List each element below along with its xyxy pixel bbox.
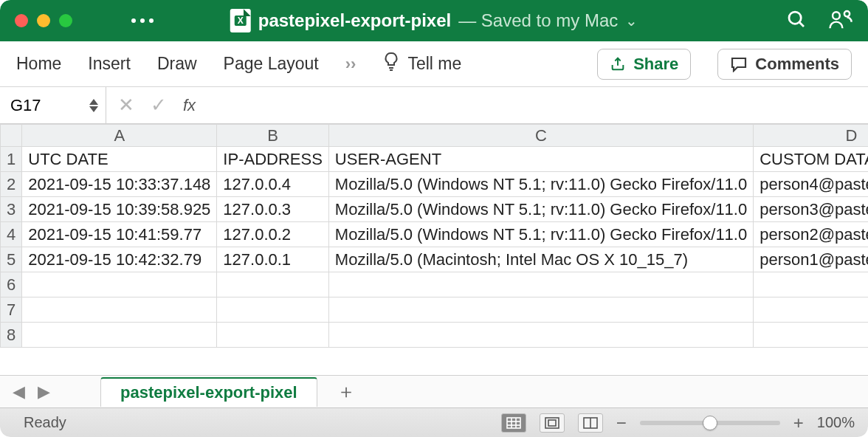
formula-input[interactable] <box>207 87 868 123</box>
cell[interactable]: 127.0.0.2 <box>217 222 328 247</box>
col-header-A[interactable]: A <box>22 125 217 147</box>
formula-bar: G17 ✕ ✓ fx <box>0 87 868 124</box>
cell[interactable] <box>328 323 753 348</box>
name-box-stepper[interactable] <box>88 98 100 113</box>
row-header[interactable]: 7 <box>1 297 22 323</box>
cell[interactable]: Mozilla/5.0 (Windows NT 5.1; rv:11.0) Ge… <box>328 172 753 197</box>
accept-formula-icon[interactable]: ✓ <box>151 94 167 117</box>
status-ready: Ready <box>13 414 66 431</box>
tab-insert[interactable]: Insert <box>88 54 131 74</box>
fullscreen-window-button[interactable] <box>59 14 72 27</box>
view-normal-button[interactable] <box>501 413 526 433</box>
cell[interactable]: 2021-09-15 10:41:59.77 <box>22 222 217 247</box>
share-button[interactable]: Share <box>597 49 691 80</box>
col-header-D[interactable]: D <box>754 125 868 147</box>
name-box[interactable]: G17 <box>0 87 106 123</box>
cell[interactable] <box>754 297 868 323</box>
cell[interactable] <box>217 323 328 348</box>
fx-icon[interactable]: fx <box>183 96 196 115</box>
svg-rect-8 <box>507 418 520 428</box>
cell[interactable]: Mozilla/5.0 (Windows NT 5.1; rv:11.0) Ge… <box>328 197 753 222</box>
cell[interactable] <box>22 272 217 297</box>
zoom-out-button[interactable]: − <box>616 413 627 433</box>
cell[interactable]: 2021-09-15 10:42:32.79 <box>22 247 217 272</box>
row-header[interactable]: 3 <box>1 197 22 222</box>
sheet-tab-label: pastepixel-export-pixel <box>120 383 297 402</box>
sheet-tab-bar: ◀ ▶ pastepixel-export-pixel ＋ <box>0 375 868 407</box>
cell[interactable] <box>217 297 328 323</box>
cell[interactable] <box>754 323 868 348</box>
svg-point-2 <box>833 12 840 19</box>
select-all-corner[interactable] <box>1 125 22 147</box>
cell[interactable]: 127.0.0.4 <box>217 172 328 197</box>
cell[interactable]: person4@pastepixel.com <box>754 172 868 197</box>
tab-draw[interactable]: Draw <box>157 54 197 74</box>
cell[interactable] <box>328 272 753 297</box>
window-controls <box>15 14 72 27</box>
title-dropdown-icon[interactable]: ⌄ <box>625 12 638 30</box>
zoom-in-button[interactable]: + <box>793 413 804 433</box>
cell[interactable]: person1@pastepixel.com <box>754 247 868 272</box>
cell[interactable]: UTC DATE <box>22 147 217 172</box>
col-header-C[interactable]: C <box>328 125 753 147</box>
document-filename: pastepixel-export-pixel <box>258 10 451 31</box>
svg-rect-13 <box>545 418 559 428</box>
tab-home[interactable]: Home <box>16 54 61 74</box>
cell[interactable]: 127.0.0.3 <box>217 197 328 222</box>
svg-marker-7 <box>89 106 98 112</box>
cell[interactable]: 2021-09-15 10:33:37.148 <box>22 172 217 197</box>
svg-rect-14 <box>548 420 556 426</box>
col-header-B[interactable]: B <box>217 125 328 147</box>
svg-line-1 <box>799 22 804 27</box>
cell[interactable]: USER-AGENT <box>328 147 753 172</box>
view-page-layout-button[interactable] <box>540 413 565 433</box>
spreadsheet-grid[interactable]: A B C D 1 UTC DATE IP-ADDRESS USER-AGENT… <box>0 124 868 375</box>
name-box-value: G17 <box>10 96 41 115</box>
svg-point-0 <box>789 12 801 24</box>
zoom-slider[interactable] <box>640 421 780 425</box>
zoom-level[interactable]: 100% <box>817 414 855 431</box>
sheet-tab[interactable]: pastepixel-export-pixel <box>100 377 317 407</box>
cell[interactable] <box>22 323 217 348</box>
add-sheet-button[interactable]: ＋ <box>328 379 365 405</box>
cell[interactable] <box>754 272 868 297</box>
comments-button-label: Comments <box>755 55 839 74</box>
sheet-nav-prev-icon[interactable]: ◀ <box>6 382 31 402</box>
comments-button[interactable]: Comments <box>717 49 852 80</box>
cell[interactable] <box>328 297 753 323</box>
sheet-nav-next-icon[interactable]: ▶ <box>31 382 56 402</box>
row-header[interactable]: 2 <box>1 172 22 197</box>
svg-point-3 <box>844 11 850 16</box>
close-window-button[interactable] <box>15 14 28 27</box>
cell[interactable] <box>217 272 328 297</box>
row-header[interactable]: 8 <box>1 323 22 348</box>
row-header[interactable]: 1 <box>1 147 22 172</box>
minimize-window-button[interactable] <box>37 14 50 27</box>
view-page-break-button[interactable] <box>578 413 603 433</box>
excel-file-icon: X <box>230 9 251 32</box>
ribbon-more-icon[interactable]: ›› <box>345 55 356 74</box>
cell[interactable]: person2@pastepixel.com <box>754 222 868 247</box>
ribbon-tabs: Home Insert Draw Page Layout ›› Tell me … <box>0 41 868 87</box>
lightbulb-icon <box>382 52 400 77</box>
cell[interactable]: person3@pastepixel.com <box>754 197 868 222</box>
titlebar: X pastepixel-export-pixel — Saved to my … <box>0 0 868 41</box>
cell[interactable]: 127.0.0.1 <box>217 247 328 272</box>
row-header[interactable]: 6 <box>1 272 22 297</box>
cancel-formula-icon[interactable]: ✕ <box>118 94 134 117</box>
status-bar: Ready − + 100% <box>0 407 868 437</box>
cell[interactable]: IP-ADDRESS <box>217 147 328 172</box>
toolbar-overflow-button[interactable] <box>131 18 154 23</box>
row-header[interactable]: 5 <box>1 247 22 272</box>
row-header[interactable]: 4 <box>1 222 22 247</box>
search-icon[interactable] <box>785 8 807 33</box>
cell[interactable] <box>22 297 217 323</box>
cell[interactable]: Mozilla/5.0 (Macintosh; Intel Mac OS X 1… <box>328 247 753 272</box>
tell-me-button[interactable]: Tell me <box>407 54 461 74</box>
cell[interactable]: CUSTOM DATA <box>754 147 868 172</box>
share-button-label: Share <box>633 55 678 74</box>
share-people-icon[interactable] <box>828 8 853 33</box>
cell[interactable]: Mozilla/5.0 (Windows NT 5.1; rv:11.0) Ge… <box>328 222 753 247</box>
cell[interactable]: 2021-09-15 10:39:58.925 <box>22 197 217 222</box>
tab-page-layout[interactable]: Page Layout <box>224 54 319 74</box>
